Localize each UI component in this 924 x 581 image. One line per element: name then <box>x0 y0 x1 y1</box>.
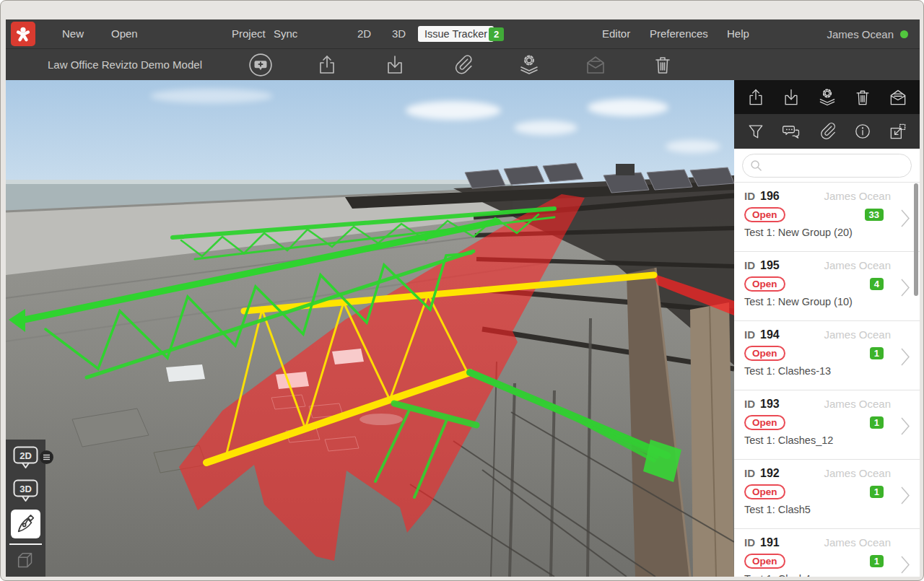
model-toolbar: Law Office Revizto Demo Model <box>6 48 920 80</box>
issue-author: James Ocean <box>824 190 910 202</box>
issue-status-row: Open 1 <box>744 554 910 568</box>
export-button[interactable] <box>314 52 340 78</box>
panel-stamp-settings-button[interactable] <box>816 87 838 108</box>
import-icon <box>781 87 801 108</box>
issue-header-row: ID 191 James Ocean <box>744 536 910 549</box>
issue-filter-toolbar <box>734 114 920 149</box>
issue-id: 192 <box>760 467 780 480</box>
issue-panel-toolbar <box>734 80 920 114</box>
comments-button[interactable] <box>780 121 802 142</box>
revizto-app: New Open Project Sync 2D 3D Issue Tracke… <box>6 19 920 577</box>
menu-sync[interactable]: Sync <box>274 19 297 48</box>
menu-help[interactable]: Help <box>727 19 749 48</box>
info-button[interactable] <box>852 121 873 142</box>
expand-icon <box>888 121 908 141</box>
chevron-right-icon <box>900 486 910 505</box>
issue-search-bar <box>734 149 920 182</box>
3d-label: 3D <box>19 484 32 494</box>
2d-view-button[interactable]: 2D <box>12 445 39 470</box>
panel-mail-button[interactable] <box>887 87 909 108</box>
expand-panel-button[interactable] <box>887 121 909 142</box>
attachment-icon <box>817 121 837 141</box>
issue-id-label: ID <box>744 259 755 271</box>
markup-pen-button[interactable] <box>11 510 40 538</box>
export-icon <box>315 53 339 77</box>
menu-open[interactable]: Open <box>111 19 138 48</box>
sheets-menu-button[interactable] <box>40 450 53 464</box>
model-cube-button[interactable] <box>15 550 37 572</box>
issue-status-row: Open 1 <box>744 415 910 429</box>
issue-author: James Ocean <box>824 398 910 410</box>
status-badge: Open <box>744 207 785 222</box>
menu-preferences[interactable]: Preferences <box>650 19 708 48</box>
comment-count-badge: 33 <box>865 209 884 221</box>
issue-list-item[interactable]: ID 195 James Ocean Open 4 Test 1: New Gr… <box>734 251 920 320</box>
menu-3d[interactable]: 3D <box>392 19 406 48</box>
issue-status-row: Open 1 <box>744 484 910 499</box>
user-menu[interactable]: James Ocean <box>827 19 908 48</box>
issue-list-item[interactable]: ID 193 James Ocean Open 1 Test 1: Clashe… <box>734 390 920 459</box>
menu-2d[interactable]: 2D <box>357 19 371 48</box>
export-icon <box>746 87 766 108</box>
mail-button[interactable] <box>583 52 609 78</box>
comment-count-badge: 1 <box>870 416 884 429</box>
issue-list-scrollbar[interactable] <box>914 183 918 296</box>
issue-status-row: Open 1 <box>744 346 910 360</box>
model-scene <box>6 80 734 577</box>
issue-title: Test 1: Clashes-13 <box>744 365 910 377</box>
issue-id-label: ID <box>744 398 755 410</box>
menu-issue-tracker[interactable]: Issue Tracker <box>418 26 494 42</box>
comment-count-badge: 1 <box>870 555 884 567</box>
delete-button[interactable] <box>650 52 676 78</box>
issue-author: James Ocean <box>824 328 910 341</box>
status-badge: Open <box>744 415 785 430</box>
filter-button[interactable] <box>745 121 767 142</box>
menu-editor[interactable]: Editor <box>602 19 630 48</box>
issue-author: James Ocean <box>824 467 910 479</box>
mail-icon <box>888 87 908 108</box>
comment-count-badge: 4 <box>870 278 884 290</box>
2d-label: 2D <box>19 450 32 461</box>
issue-header-row: ID 195 James Ocean <box>744 259 910 272</box>
online-status-icon <box>900 30 908 38</box>
panel-import-button[interactable] <box>780 87 802 108</box>
issue-id: 193 <box>760 398 780 411</box>
issue-title: Test 1: Clash5 <box>744 504 910 515</box>
cube-icon <box>15 550 37 572</box>
window-frame: New Open Project Sync 2D 3D Issue Tracke… <box>0 0 924 581</box>
comment-count-badge: 1 <box>870 486 884 498</box>
issue-list-item[interactable]: ID 192 James Ocean Open 1 Test 1: Clash5 <box>734 459 920 528</box>
panel-delete-button[interactable] <box>852 87 873 108</box>
add-issue-button[interactable] <box>248 52 274 78</box>
3d-view-button[interactable]: 3D <box>12 479 39 503</box>
attachment-button[interactable] <box>450 52 476 78</box>
import-button[interactable] <box>382 52 408 78</box>
main-content: 2D 3D <box>6 80 920 577</box>
pen-icon <box>15 513 37 535</box>
panel-export-button[interactable] <box>745 87 767 108</box>
add-issue-icon <box>248 53 273 77</box>
info-icon <box>853 121 873 141</box>
issue-status-row: Open 33 <box>744 207 910 222</box>
comments-icon <box>781 121 801 141</box>
search-icon <box>750 160 762 172</box>
search-input[interactable] <box>767 159 904 172</box>
issue-list-item[interactable]: ID 194 James Ocean Open 1 Test 1: Clashe… <box>734 320 920 390</box>
chevron-right-icon <box>900 209 910 228</box>
chevron-right-icon <box>900 416 910 436</box>
attachment-icon <box>451 53 474 77</box>
user-name: James Ocean <box>827 28 894 40</box>
issue-list-item[interactable]: ID 196 James Ocean Open 33 Test 1: New G… <box>734 182 920 251</box>
menu-project[interactable]: Project <box>232 19 266 48</box>
issue-title: Test 1: Clash4 <box>744 573 910 577</box>
issue-id: 194 <box>760 328 780 341</box>
chevron-right-icon <box>900 347 910 367</box>
issue-list-item[interactable]: ID 191 James Ocean Open 1 Test 1: Clash4 <box>734 528 920 577</box>
model-viewport[interactable]: 2D 3D <box>6 80 734 577</box>
menu-new[interactable]: New <box>62 19 84 48</box>
status-badge: Open <box>744 554 785 569</box>
panel-attachment-button[interactable] <box>816 121 838 142</box>
issue-id: 191 <box>760 536 780 549</box>
stamp-settings-button[interactable] <box>516 52 542 78</box>
status-badge: Open <box>744 346 785 361</box>
